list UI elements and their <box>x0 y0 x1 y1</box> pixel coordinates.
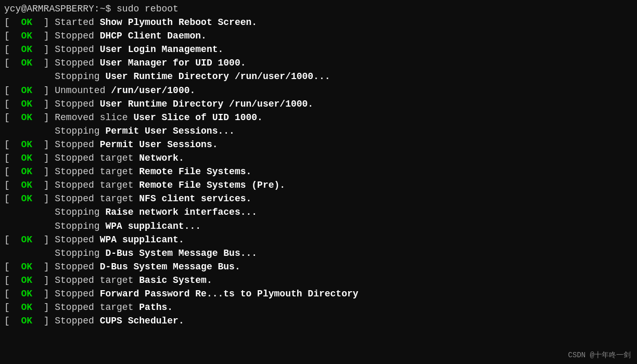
stopping-text: Stopping <box>55 124 105 138</box>
ok-status: OK <box>21 151 32 165</box>
ok-status: OK <box>21 274 32 287</box>
space <box>10 314 21 328</box>
status-text: Stopped target <box>55 178 139 192</box>
bracket-close: ] <box>44 97 55 111</box>
bracket-open: [ <box>4 287 10 301</box>
bracket-open: [ <box>4 84 10 97</box>
service-name: Show Plymouth Reboot Screen. <box>100 16 257 29</box>
terminal-line: [ OK ] Started Show Plymouth Reboot Scre… <box>4 16 633 29</box>
indent <box>4 205 55 219</box>
bracket-open: [ <box>4 301 10 314</box>
ok-status: OK <box>21 29 32 43</box>
space <box>32 84 44 97</box>
space <box>32 287 44 301</box>
bracket-close: ] <box>44 29 55 43</box>
ok-status: OK <box>21 178 32 192</box>
space <box>10 138 21 151</box>
stopping-text: Stopping <box>55 205 105 219</box>
space <box>32 260 44 274</box>
stopping-text: Stopping <box>55 70 105 83</box>
status-text: Stopped <box>55 138 99 151</box>
bracket-open: [ <box>4 314 10 328</box>
status-text: Stopped target <box>55 151 139 165</box>
space <box>10 16 21 29</box>
terminal-line: [ OK ] Stopped target Remote File System… <box>4 165 633 178</box>
bracket-close: ] <box>44 301 55 314</box>
bracket-close: ] <box>44 260 55 274</box>
space <box>10 43 21 56</box>
bracket-close: ] <box>44 84 55 97</box>
indent <box>4 124 55 138</box>
ok-status: OK <box>21 165 32 178</box>
bracket-close: ] <box>44 274 55 287</box>
ok-status: OK <box>21 16 32 29</box>
status-text: Stopped <box>55 233 99 246</box>
terminal-line: [ OK ] Stopped User Manager for UID 1000… <box>4 56 633 70</box>
ok-status: OK <box>21 301 32 314</box>
bracket-open: [ <box>4 274 10 287</box>
status-text: Stopped target <box>55 301 139 314</box>
space <box>10 151 21 165</box>
service-name: User Runtime Directory /run/user/1000. <box>100 97 313 111</box>
terminal-line: [ OK ] Stopped D-Bus System Message Bus. <box>4 260 633 274</box>
cmd-text: ycy@ARMRASPBERRY:~$ sudo reboot <box>4 2 179 16</box>
space <box>32 178 44 192</box>
status-text: Stopped target <box>55 274 139 287</box>
terminal-line: Stopping D-Bus System Message Bus... <box>4 246 633 260</box>
service-name: WPA supplicant... <box>105 219 201 233</box>
space <box>10 192 21 205</box>
indent <box>4 246 55 260</box>
status-text: Removed slice <box>55 111 133 124</box>
terminal-line: [ OK ] Stopped WPA supplicant. <box>4 233 633 246</box>
terminal-line: [ OK ] Stopped DHCP Client Daemon. <box>4 29 633 43</box>
space <box>32 43 44 56</box>
space <box>32 165 44 178</box>
service-name: D-Bus System Message Bus. <box>100 260 240 274</box>
service-name: NFS client services. <box>139 192 251 205</box>
space <box>10 29 21 43</box>
terminal-line: Stopping User Runtime Directory /run/use… <box>4 70 633 83</box>
ok-status: OK <box>21 314 32 328</box>
status-text: Stopped <box>55 29 99 43</box>
service-name: Permit User Sessions... <box>105 124 234 138</box>
terminal-line: [ OK ] Unmounted /run/user/1000. <box>4 84 633 97</box>
bracket-open: [ <box>4 43 10 56</box>
service-name: /run/user/1000. <box>111 84 195 97</box>
space <box>32 151 44 165</box>
service-name: Remote File Systems (Pre). <box>139 178 285 192</box>
stopping-text: Stopping <box>55 219 105 233</box>
service-name: User Manager for UID 1000. <box>100 56 246 70</box>
service-name: Permit User Sessions. <box>100 138 218 151</box>
service-name: D-Bus System Message Bus... <box>105 246 257 260</box>
status-text: Stopped <box>55 314 99 328</box>
service-name: User Login Management. <box>100 43 224 56</box>
bracket-open: [ <box>4 178 10 192</box>
space <box>32 192 44 205</box>
watermark: CSDN @十年咚一剑 <box>568 350 631 360</box>
ok-status: OK <box>21 138 32 151</box>
bracket-close: ] <box>44 56 55 70</box>
bracket-close: ] <box>44 138 55 151</box>
bracket-close: ] <box>44 165 55 178</box>
terminal-line: [ OK ] Stopped Forward Password Re...ts … <box>4 287 633 301</box>
terminal-line: Stopping Permit User Sessions... <box>4 124 633 138</box>
space <box>32 56 44 70</box>
bracket-open: [ <box>4 16 10 29</box>
ok-status: OK <box>21 260 32 274</box>
indent <box>4 219 55 233</box>
indent <box>4 70 55 83</box>
terminal-content: ycy@ARMRASPBERRY:~$ sudo reboot[ OK ] St… <box>0 0 637 330</box>
terminal-line: [ OK ] Stopped Permit User Sessions. <box>4 138 633 151</box>
service-name: Raise network interfaces... <box>105 205 257 219</box>
terminal-line: [ OK ] Removed slice User Slice of UID 1… <box>4 111 633 124</box>
status-text: Stopped target <box>55 192 139 205</box>
terminal-line: Stopping Raise network interfaces... <box>4 205 633 219</box>
bracket-open: [ <box>4 233 10 246</box>
space <box>10 165 21 178</box>
space <box>10 84 21 97</box>
space <box>10 97 21 111</box>
service-name: CUPS Scheduler. <box>100 314 184 328</box>
bracket-close: ] <box>44 178 55 192</box>
service-name: WPA supplicant. <box>100 233 184 246</box>
ok-status: OK <box>21 287 32 301</box>
